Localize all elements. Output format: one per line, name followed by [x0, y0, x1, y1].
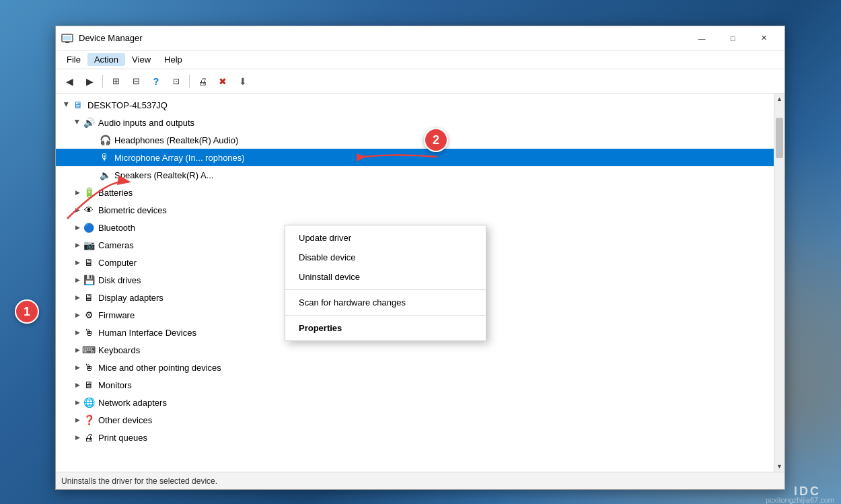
window-title: Device Manager — [79, 33, 686, 43]
computer-icon2: 🖥 — [83, 256, 95, 268]
speakers-icon: 🔈 — [99, 169, 111, 181]
bluetooth-label: Bluetooth — [98, 223, 135, 233]
forward-button[interactable]: ▶ — [80, 73, 99, 90]
bluetooth-icon: 🔵 — [83, 221, 95, 233]
help-button[interactable]: ? — [147, 73, 166, 90]
tree-item-batteries[interactable]: ▶ 🔋 Batteries — [56, 184, 774, 201]
cameras-expand[interactable]: ▶ — [72, 240, 83, 250]
other-icon: ❓ — [83, 414, 95, 426]
delete-button[interactable]: ✖ — [213, 73, 232, 90]
scan-button[interactable]: ⊡ — [167, 73, 186, 90]
tree-item-mice[interactable]: ▶ 🖱 Mice and other pointing devices — [56, 359, 774, 376]
scroll-up-arrow[interactable]: ▲ — [774, 94, 784, 104]
ctx-uninstall-device[interactable]: Uninstall device — [285, 267, 486, 287]
mic-label: Microphone Array (In... rophones) — [114, 153, 245, 163]
menubar: File Action View Help — [56, 50, 784, 69]
audio-expand-arrow[interactable]: ▶ — [72, 116, 83, 127]
scroll-thumb[interactable] — [776, 118, 783, 158]
cameras-label: Cameras — [98, 240, 134, 250]
scroll-down-arrow[interactable]: ▼ — [774, 461, 784, 472]
device-manager-window: Device Manager — □ ✕ File Action View He… — [55, 26, 785, 490]
step-1-badge: 1 — [15, 299, 39, 324]
titlebar: Device Manager — □ ✕ — [56, 26, 784, 50]
keyboards-label: Keyboards — [98, 345, 140, 355]
other-expand[interactable]: ▶ — [72, 415, 83, 425]
tree-item-microphone[interactable]: ▶ 🎙 Microphone Array (In... rophones) — [56, 149, 774, 166]
svg-rect-4 — [65, 42, 69, 43]
monitors-icon: 🖥 — [83, 379, 95, 391]
network-icon: 🌐 — [83, 396, 95, 408]
ctx-scan-hardware[interactable]: Scan for hardware changes — [285, 293, 486, 312]
biometric-icon: 👁 — [83, 204, 95, 216]
headphones-label: Headphones (Realtek(R) Audio) — [114, 135, 238, 145]
mice-label: Mice and other pointing devices — [98, 363, 221, 373]
network-label: Network adapters — [98, 398, 167, 408]
minimize-button[interactable]: — — [686, 26, 717, 50]
close-button[interactable]: ✕ — [748, 26, 779, 50]
window-icon — [61, 32, 73, 44]
ctx-properties[interactable]: Properties — [285, 318, 486, 338]
computer-icon: 🖥 — [72, 99, 84, 111]
step-2-badge: 2 — [424, 128, 448, 152]
maximize-button[interactable]: □ — [717, 26, 748, 50]
disk-label: Disk drives — [98, 275, 141, 285]
download-button[interactable]: ⬇ — [233, 73, 252, 90]
network-expand[interactable]: ▶ — [72, 397, 83, 408]
hid-icon: 🖱 — [83, 326, 95, 338]
menu-file[interactable]: File — [60, 53, 87, 66]
other-label: Other devices — [98, 415, 152, 425]
monitors-expand[interactable]: ▶ — [72, 380, 83, 390]
bluetooth-expand[interactable]: ▶ — [72, 222, 83, 233]
display-expand[interactable]: ▶ — [72, 292, 83, 303]
tree-item-audio[interactable]: ▶ 🔊 Audio inputs and outputs — [56, 114, 774, 131]
ctx-disable-device[interactable]: Disable device — [285, 248, 486, 267]
biometric-expand[interactable]: ▶ — [72, 205, 83, 215]
hid-expand[interactable]: ▶ — [72, 327, 83, 338]
toolbar-separator-1 — [102, 75, 103, 88]
batteries-expand[interactable]: ▶ — [72, 187, 83, 198]
tree-item-monitors[interactable]: ▶ 🖥 Monitors — [56, 376, 774, 394]
svg-rect-3 — [63, 36, 71, 40]
back-button[interactable]: ◀ — [60, 73, 79, 90]
tree-item-network[interactable]: ▶ 🌐 Network adapters — [56, 394, 774, 411]
keyboards-expand[interactable]: ▶ — [72, 345, 83, 355]
print-label: Print queues — [98, 433, 147, 443]
update-driver-button[interactable]: ⊟ — [126, 73, 145, 90]
root-expand-arrow[interactable]: ▶ — [61, 99, 72, 110]
cameras-icon: 📷 — [83, 239, 95, 251]
hid-label: Human Interface Devices — [98, 328, 196, 338]
disk-expand[interactable]: ▶ — [72, 275, 83, 285]
tree-item-biometric[interactable]: ▶ 👁 Biometric devices — [56, 201, 774, 219]
statusbar: Uninstalls the driver for the selected d… — [56, 472, 784, 489]
window-controls: — □ ✕ — [686, 26, 779, 50]
mice-icon: 🖱 — [83, 361, 95, 373]
audio-label: Audio inputs and outputs — [98, 118, 194, 128]
tree-item-print[interactable]: ▶ 🖨 Print queues — [56, 429, 774, 446]
ctx-update-driver[interactable]: Update driver — [285, 228, 486, 248]
firmware-expand[interactable]: ▶ — [72, 310, 83, 320]
toolbar: ◀ ▶ ⊞ ⊟ ? ⊡ 🖨 ✖ ⬇ — [56, 69, 784, 94]
toolbar-separator-2 — [189, 75, 190, 88]
computer-label: Computer — [98, 258, 137, 268]
computer-expand[interactable]: ▶ — [72, 257, 83, 268]
status-text: Uninstalls the driver for the selected d… — [61, 476, 217, 486]
menu-view[interactable]: View — [125, 53, 157, 66]
tree-item-headphones[interactable]: ▶ 🎧 Headphones (Realtek(R) Audio) — [56, 131, 774, 149]
scrollbar[interactable]: ▲ ▼ — [774, 94, 784, 472]
mice-expand[interactable]: ▶ — [72, 362, 83, 373]
menu-help[interactable]: Help — [157, 53, 189, 66]
menu-action[interactable]: Action — [87, 53, 125, 66]
print-button[interactable]: 🖨 — [193, 73, 212, 90]
tree-item-speakers[interactable]: ▶ 🔈 Speakers (Realtek(R) A... — [56, 166, 774, 184]
tree-item-other[interactable]: ▶ ❓ Other devices — [56, 411, 774, 429]
disk-icon: 💾 — [83, 274, 95, 286]
firmware-label: Firmware — [98, 310, 135, 320]
print-expand[interactable]: ▶ — [72, 432, 83, 443]
content-area: ▶ 🖥 DESKTOP-4L537JQ ▶ 🔊 Audio inputs and… — [56, 94, 784, 472]
tree-item-keyboards[interactable]: ▶ ⌨ Keyboards — [56, 341, 774, 359]
properties-button[interactable]: ⊞ — [106, 73, 125, 90]
tree-root[interactable]: ▶ 🖥 DESKTOP-4L537JQ — [56, 96, 774, 114]
ctx-separator-1 — [285, 289, 486, 290]
root-label: DESKTOP-4L537JQ — [87, 100, 168, 110]
ctx-separator-2 — [285, 315, 486, 316]
